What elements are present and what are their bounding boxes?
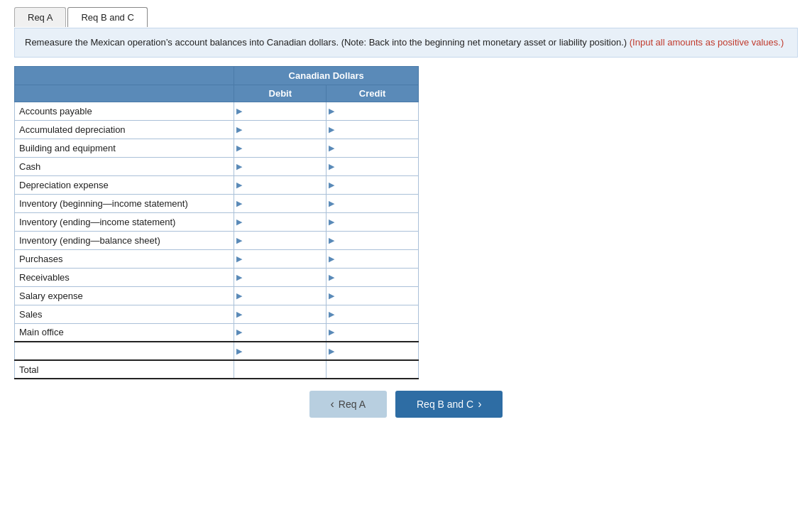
credit-cell-cash[interactable]: ▶: [327, 157, 419, 175]
credit-input-cash[interactable]: [334, 158, 418, 175]
debit-input-sales[interactable]: [242, 305, 326, 323]
credit-cell-depreciation-expense[interactable]: ▶: [327, 175, 419, 194]
input-arrow-icon: ▶: [327, 125, 334, 134]
debit-input-depreciation-expense[interactable]: [242, 176, 326, 194]
input-arrow-icon: ▶: [234, 347, 242, 356]
chevron-right-icon: [478, 398, 481, 411]
table-row: Salary expense▶▶: [15, 286, 419, 305]
credit-cell-sales[interactable]: ▶: [327, 305, 419, 323]
credit-input-inventory-ending-income[interactable]: [334, 213, 418, 231]
input-arrow-icon: ▶: [327, 199, 334, 208]
row-label-cash: Cash: [15, 157, 234, 175]
credit-input-inventory-beginning[interactable]: [334, 195, 418, 212]
table-container: Canadian Dollars Debit Credit Accounts p…: [14, 66, 419, 380]
credit-input-extra-row[interactable]: [334, 342, 418, 359]
row-label-sales: Sales: [15, 305, 234, 323]
debit-cell-cash[interactable]: ▶: [234, 157, 327, 175]
next-label: Req B and C: [417, 399, 473, 410]
instruction-box: Remeasure the Mexican operation’s accoun…: [14, 28, 798, 58]
debit-input-accumulated-depreciation[interactable]: [242, 121, 326, 139]
total-credit-cell[interactable]: [327, 360, 419, 379]
credit-cell-salary-expense[interactable]: ▶: [327, 286, 419, 305]
credit-input-purchases[interactable]: [334, 250, 418, 268]
credit-input-accumulated-depreciation[interactable]: [334, 121, 418, 139]
debit-input-inventory-beginning[interactable]: [242, 195, 326, 212]
debit-cell-sales[interactable]: ▶: [234, 305, 327, 323]
credit-cell-accumulated-depreciation[interactable]: ▶: [327, 120, 419, 139]
debit-cell-accumulated-depreciation[interactable]: ▶: [234, 120, 327, 139]
debit-input-accounts-payable[interactable]: [242, 102, 326, 120]
header-debit: Debit: [234, 85, 327, 102]
debit-cell-main-office[interactable]: ▶: [234, 323, 327, 342]
credit-cell-main-office[interactable]: ▶: [327, 323, 419, 342]
total-debit-cell[interactable]: [234, 360, 327, 379]
input-arrow-icon: ▶: [327, 254, 334, 264]
next-button[interactable]: Req B and C: [395, 391, 503, 418]
credit-cell-receivables[interactable]: ▶: [327, 268, 419, 286]
debit-input-main-office[interactable]: [242, 324, 326, 342]
credit-cell-inventory-ending-income[interactable]: ▶: [327, 212, 419, 231]
total-debit-input[interactable]: [234, 361, 326, 378]
table-row: Main office▶▶: [15, 323, 419, 342]
credit-input-inventory-ending-balance[interactable]: [334, 232, 418, 249]
debit-cell-building-equipment[interactable]: ▶: [234, 139, 327, 157]
debit-cell-inventory-ending-income[interactable]: ▶: [234, 212, 327, 231]
prev-button[interactable]: Req A: [309, 391, 387, 418]
debit-cell-inventory-beginning[interactable]: ▶: [234, 194, 327, 212]
instruction-highlight: (Input all amounts as positive values.): [630, 37, 784, 48]
debit-input-salary-expense[interactable]: [242, 287, 326, 305]
chevron-left-icon: [331, 398, 334, 411]
credit-cell-extra-row[interactable]: ▶: [327, 342, 419, 360]
table-row: Purchases▶▶: [15, 249, 419, 268]
credit-input-accounts-payable[interactable]: [334, 102, 418, 120]
input-arrow-icon: ▶: [234, 162, 242, 171]
debit-cell-accounts-payable[interactable]: ▶: [234, 102, 327, 120]
table-row: Receivables▶▶: [15, 268, 419, 286]
input-arrow-icon: ▶: [327, 143, 334, 153]
tab-req-b-c[interactable]: Req B and C: [67, 7, 147, 27]
header-canadian-dollars: Canadian Dollars: [234, 66, 419, 85]
bottom-nav: Req A Req B and C: [14, 391, 798, 418]
debit-input-cash[interactable]: [242, 158, 326, 175]
total-label: Total: [15, 360, 234, 379]
credit-cell-accounts-payable[interactable]: ▶: [327, 102, 419, 120]
input-arrow-icon: ▶: [327, 162, 334, 171]
debit-cell-depreciation-expense[interactable]: ▶: [234, 175, 327, 194]
credit-input-depreciation-expense[interactable]: [334, 176, 418, 194]
debit-cell-purchases[interactable]: ▶: [234, 249, 327, 268]
debit-input-extra-row[interactable]: [242, 342, 326, 359]
total-credit-input[interactable]: [327, 361, 418, 378]
debit-input-inventory-ending-balance[interactable]: [242, 232, 326, 249]
credit-input-receivables[interactable]: [334, 269, 418, 286]
debit-input-receivables[interactable]: [242, 269, 326, 286]
row-label-building-equipment: Building and equipment: [15, 139, 234, 157]
credit-input-main-office[interactable]: [334, 324, 418, 342]
input-arrow-icon: ▶: [234, 180, 242, 190]
input-arrow-icon: ▶: [234, 199, 242, 208]
credit-cell-inventory-ending-balance[interactable]: ▶: [327, 231, 419, 249]
row-label-inventory-ending-balance: Inventory (ending—balance sheet): [15, 231, 234, 249]
credit-cell-building-equipment[interactable]: ▶: [327, 139, 419, 157]
input-arrow-icon: ▶: [234, 327, 242, 337]
table-row: Inventory (beginning—income statement)▶▶: [15, 194, 419, 212]
input-arrow-icon: ▶: [327, 291, 334, 300]
table-row: Sales▶▶: [15, 305, 419, 323]
debit-cell-extra-row[interactable]: ▶: [234, 342, 327, 360]
debit-cell-salary-expense[interactable]: ▶: [234, 286, 327, 305]
tab-req-a[interactable]: Req A: [14, 7, 66, 27]
credit-cell-inventory-beginning[interactable]: ▶: [327, 194, 419, 212]
debit-cell-inventory-ending-balance[interactable]: ▶: [234, 231, 327, 249]
credit-input-building-equipment[interactable]: [334, 139, 418, 157]
debit-cell-receivables[interactable]: ▶: [234, 268, 327, 286]
credit-cell-purchases[interactable]: ▶: [327, 249, 419, 268]
tab-bar: Req A Req B and C: [14, 7, 798, 27]
header-sub-label: [15, 85, 234, 102]
table-row: Accounts payable▶▶: [15, 102, 419, 120]
row-label-receivables: Receivables: [15, 268, 234, 286]
credit-input-salary-expense[interactable]: [334, 287, 418, 305]
credit-input-sales[interactable]: [334, 305, 418, 323]
debit-input-building-equipment[interactable]: [242, 139, 326, 157]
table-row: Inventory (ending—income statement)▶▶: [15, 212, 419, 231]
debit-input-purchases[interactable]: [242, 250, 326, 268]
debit-input-inventory-ending-income[interactable]: [242, 213, 326, 231]
